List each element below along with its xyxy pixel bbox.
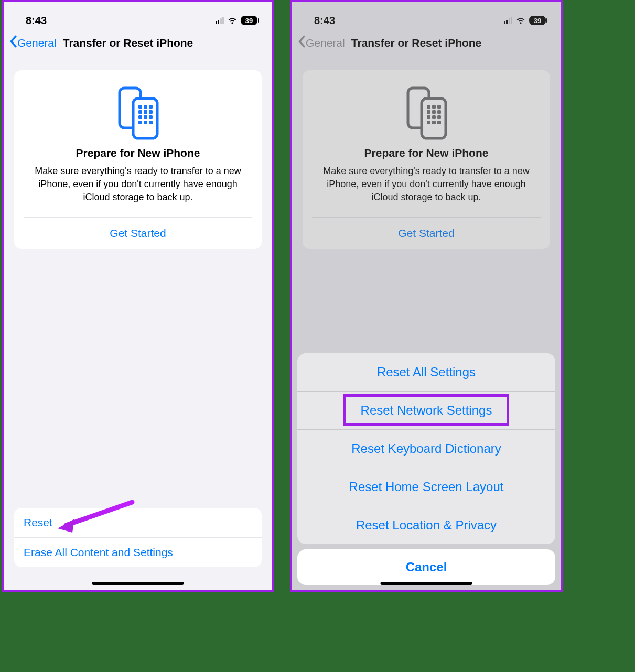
svg-rect-9: [144, 115, 147, 119]
svg-rect-13: [149, 121, 153, 124]
screen: 8:43 39 General Transfer or Reset iPhone: [292, 2, 561, 590]
svg-rect-2: [138, 105, 142, 109]
svg-rect-11: [138, 121, 142, 124]
reset-options-list: Reset Erase All Content and Settings: [14, 508, 262, 567]
cellular-signal-icon: [216, 17, 224, 24]
back-chevron-icon[interactable]: [9, 34, 17, 50]
home-indicator[interactable]: [381, 582, 472, 585]
reset-action-sheet: Reset All Settings Reset Network Setting…: [297, 353, 555, 585]
svg-rect-3: [144, 105, 147, 109]
prepare-card-title: Prepare for New iPhone: [24, 147, 252, 159]
svg-rect-6: [144, 110, 147, 114]
transfer-iphone-icon: [114, 86, 162, 140]
prepare-card: Prepare for New iPhone Make sure everyth…: [14, 70, 262, 249]
screenshot-left: 8:43 39 General Transfer or Reset iPhone: [2, 0, 274, 592]
status-indicators: 39: [216, 16, 258, 25]
screen: 8:43 39 General Transfer or Reset iPhone: [4, 2, 272, 590]
reset-keyboard-dictionary-button[interactable]: Reset Keyboard Dictionary: [297, 429, 555, 468]
svg-rect-5: [138, 110, 142, 114]
svg-rect-4: [149, 105, 153, 109]
reset-all-settings-button[interactable]: Reset All Settings: [297, 353, 555, 391]
reset-row[interactable]: Reset: [14, 508, 262, 537]
battery-icon: 39: [241, 16, 257, 25]
battery-percent: 39: [245, 17, 253, 25]
erase-all-row[interactable]: Erase All Content and Settings: [14, 537, 262, 567]
nav-bar: General Transfer or Reset iPhone: [4, 30, 272, 56]
nav-back-label[interactable]: General: [17, 37, 57, 49]
svg-rect-10: [149, 115, 153, 119]
svg-rect-12: [144, 121, 147, 124]
svg-rect-7: [149, 110, 153, 114]
svg-rect-8: [138, 115, 142, 119]
home-indicator[interactable]: [92, 582, 184, 585]
get-started-button[interactable]: Get Started: [24, 218, 252, 249]
prepare-card-description: Make sure everything's ready to transfer…: [24, 165, 252, 203]
reset-home-screen-layout-button[interactable]: Reset Home Screen Layout: [297, 468, 555, 506]
wifi-icon: [227, 17, 238, 25]
screenshot-right: 8:43 39 General Transfer or Reset iPhone: [290, 0, 563, 592]
nav-title: Transfer or Reset iPhone: [63, 37, 193, 49]
status-time: 8:43: [26, 15, 47, 27]
reset-location-privacy-button[interactable]: Reset Location & Privacy: [297, 506, 555, 544]
reset-network-settings-button[interactable]: Reset Network Settings: [297, 391, 555, 429]
action-sheet-options: Reset All Settings Reset Network Setting…: [297, 353, 555, 544]
status-bar: 8:43 39: [4, 2, 272, 30]
cancel-button[interactable]: Cancel: [297, 549, 555, 585]
